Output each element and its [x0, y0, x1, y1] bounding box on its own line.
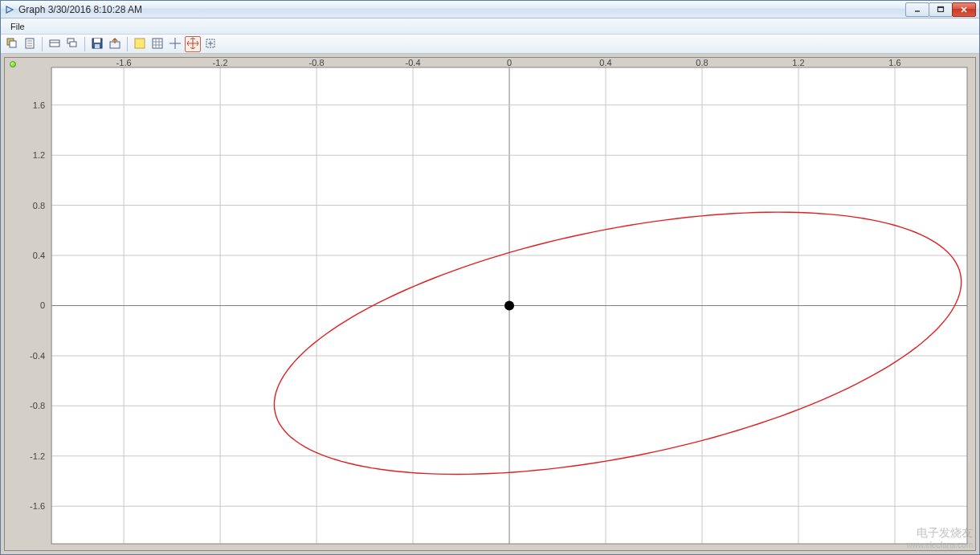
x-tick-label: 0.8: [696, 58, 708, 67]
svg-rect-15: [70, 42, 76, 47]
crosshair-icon: [169, 37, 182, 51]
zoom-fit-button[interactable]: [185, 36, 201, 52]
toolbar-separator: [127, 37, 128, 51]
grid-toggle-button[interactable]: [149, 36, 165, 52]
y-tick-label: 0.8: [33, 201, 45, 210]
y-tick-label: 0.4: [33, 251, 45, 260]
menubar: File: [1, 18, 979, 35]
plot-container: -1.6-1.2-0.8-0.400.40.81.21.61.61.20.80.…: [1, 54, 979, 554]
x-tick-label: -1.6: [116, 58, 132, 67]
series-center-point: [504, 301, 514, 311]
zoom-fit-icon: [186, 37, 199, 51]
minimize-button[interactable]: [905, 2, 929, 17]
menu-file[interactable]: File: [6, 20, 30, 33]
x-tick-label: 1.2: [792, 58, 804, 67]
maximize-button[interactable]: [929, 2, 953, 17]
toolbar-separator: [42, 37, 43, 51]
copy-data-button[interactable]: [22, 36, 38, 52]
app-icon: [4, 4, 15, 15]
y-tick-label: 0: [40, 301, 45, 311]
svg-rect-18: [95, 44, 100, 48]
window-list-button[interactable]: [47, 36, 63, 52]
plot-canvas[interactable]: -1.6-1.2-0.8-0.400.40.81.21.61.61.20.80.…: [5, 58, 975, 550]
toolbar: [1, 35, 979, 54]
cascade-button[interactable]: [64, 36, 80, 52]
cascade-icon: [66, 37, 79, 51]
crosshair-button[interactable]: [167, 36, 183, 52]
app-window: Graph 3/30/2016 8:10:28 AM File -1.6-1.2…: [0, 0, 980, 555]
x-tick-label: 1.6: [888, 58, 900, 67]
export-icon: [108, 37, 121, 51]
svg-rect-3: [938, 6, 944, 8]
svg-rect-12: [50, 40, 59, 47]
svg-rect-17: [94, 39, 100, 43]
window-title: Graph 3/30/2016 8:10:28 AM: [18, 4, 142, 15]
y-tick-label: -1.6: [30, 501, 45, 511]
zoom-region-button[interactable]: [202, 36, 218, 52]
x-tick-label: 0.4: [599, 58, 611, 67]
save-icon: [91, 37, 104, 51]
svg-rect-7: [10, 41, 16, 47]
save-button[interactable]: [89, 36, 105, 52]
y-tick-label: -1.2: [30, 451, 45, 461]
y-tick-label: -0.4: [30, 351, 45, 361]
y-tick-label: 1.2: [33, 150, 45, 160]
copy-graph-icon: [6, 37, 18, 51]
svg-rect-21: [153, 39, 162, 48]
zoom-region-icon: [204, 37, 217, 51]
svg-marker-0: [6, 6, 13, 13]
y-tick-label: -0.8: [30, 401, 45, 410]
grid-toggle-icon: [151, 37, 164, 51]
close-button[interactable]: [952, 2, 976, 17]
highlight-button[interactable]: [132, 36, 148, 52]
copy-data-icon: [23, 37, 36, 51]
x-tick-label: 0: [507, 58, 512, 67]
highlight-icon: [133, 37, 146, 51]
x-tick-label: -1.2: [213, 58, 228, 67]
plot-frame[interactable]: -1.6-1.2-0.8-0.400.40.81.21.61.61.20.80.…: [4, 57, 976, 551]
titlebar[interactable]: Graph 3/30/2016 8:10:28 AM: [1, 1, 979, 18]
x-tick-label: -0.4: [406, 58, 421, 67]
x-tick-label: -0.8: [309, 58, 325, 67]
export-button[interactable]: [107, 36, 123, 52]
window-list-icon: [48, 37, 61, 51]
toolbar-separator: [84, 37, 85, 51]
window-controls: [906, 2, 976, 17]
svg-rect-20: [135, 39, 145, 48]
y-tick-label: 1.6: [33, 100, 45, 110]
copy-graph-button[interactable]: [4, 36, 20, 52]
